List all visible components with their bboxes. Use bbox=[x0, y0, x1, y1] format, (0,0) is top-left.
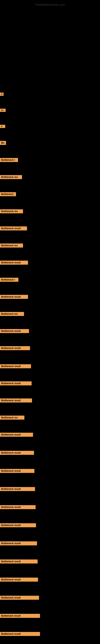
bar-item: Bottleneck result bbox=[0, 469, 34, 473]
bar-label: Bottleneck result bbox=[0, 632, 40, 636]
bar-item: Bottleneck result bbox=[0, 381, 32, 386]
bar-label: B bbox=[0, 125, 5, 128]
bar-label: Bottleneck result bbox=[0, 469, 34, 473]
bar-label: Bottleneck result bbox=[0, 346, 30, 350]
bar-item: Bottleneck res bbox=[0, 209, 23, 213]
bar-item: Bottleneck result bbox=[0, 295, 28, 299]
bar-label: Bottleneck res bbox=[0, 175, 22, 179]
bar-label: Bottleneck result bbox=[0, 596, 39, 600]
bar-item: Bottleneck result bbox=[0, 398, 32, 402]
bar-label: Bottleneck result bbox=[0, 523, 36, 527]
bar-item: Bottleneck result bbox=[0, 329, 29, 333]
bar-item: Bottleneck result bbox=[0, 364, 31, 368]
bar-item: Bottleneck res bbox=[0, 312, 24, 316]
bar-label: Bottleneck result bbox=[0, 260, 28, 265]
bar-item: Bottleneck result bbox=[0, 487, 35, 491]
bar-label: Bo bbox=[0, 109, 6, 112]
bar-item: Bottleneck result bbox=[0, 541, 37, 546]
bar-label: Bottleneck result bbox=[0, 505, 36, 509]
bar-label: Bottleneck result bbox=[0, 451, 34, 455]
bar-item: Bo bbox=[0, 109, 6, 112]
bar-item: Bottleneck result bbox=[0, 578, 38, 582]
bar-item: Bottleneck result bbox=[0, 560, 38, 564]
bar-item: Bottleneck res bbox=[0, 244, 23, 248]
bar-label: Bottleneck res bbox=[0, 416, 24, 420]
bar-label: Bottleneck result bbox=[0, 614, 40, 618]
bar-item: B bbox=[0, 125, 5, 128]
bar-item: Bottleneck r bbox=[0, 158, 18, 162]
bar-item: Bottleneck result bbox=[0, 260, 28, 265]
bar-label: Bottleneck result bbox=[0, 560, 38, 564]
bar-label: Bottleneck result bbox=[0, 295, 28, 299]
bar-label: Bottleneck result bbox=[0, 487, 35, 491]
bar-label: Bottleneck res bbox=[0, 312, 24, 316]
bar-label: Bottleneck r bbox=[0, 278, 18, 282]
bar-item: Bottleneck result bbox=[0, 226, 27, 230]
bar-label: Bottleneck result bbox=[0, 433, 33, 437]
bar-label: B bbox=[0, 92, 3, 96]
bar-label: Bottleneck result bbox=[0, 226, 27, 230]
bar-item: Bottleneck result bbox=[0, 596, 39, 600]
bar-item: B bbox=[0, 92, 3, 96]
bar-item: Bottleneck result bbox=[0, 346, 30, 350]
site-title: TheBottlenecker.com bbox=[0, 1, 100, 8]
bar-item: Bo bbox=[0, 141, 6, 145]
bar-label: Bottleneck result bbox=[0, 364, 31, 368]
bar-item: Bottleneck result bbox=[0, 523, 36, 527]
bar-label: Bottleneck res bbox=[0, 209, 23, 213]
bar-label: Bottleneck bbox=[0, 192, 16, 196]
bar-item: Bottleneck result bbox=[0, 614, 40, 618]
bar-item: Bottleneck result bbox=[0, 505, 36, 509]
bar-item: Bottleneck result bbox=[0, 451, 34, 455]
bar-label: Bottleneck res bbox=[0, 244, 23, 248]
bar-label: Bottleneck result bbox=[0, 578, 38, 582]
bar-label: Bottleneck result bbox=[0, 398, 32, 402]
bar-item: Bottleneck result bbox=[0, 433, 33, 437]
bar-label: Bottleneck result bbox=[0, 541, 37, 546]
bar-label: Bo bbox=[0, 141, 6, 145]
bar-item: Bottleneck res bbox=[0, 175, 22, 179]
bar-item: Bottleneck result bbox=[0, 632, 40, 636]
bar-label: Bottleneck r bbox=[0, 158, 18, 162]
bar-item: Bottleneck res bbox=[0, 416, 24, 420]
bar-label: Bottleneck result bbox=[0, 381, 32, 386]
bar-label: Bottleneck result bbox=[0, 329, 29, 333]
bar-item: Bottleneck bbox=[0, 192, 16, 196]
bar-item: Bottleneck r bbox=[0, 278, 18, 282]
